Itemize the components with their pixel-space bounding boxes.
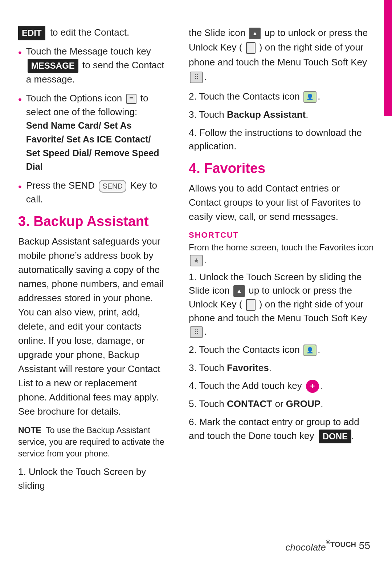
bullet-list: • Touch the Message touch key MESSAGE to… [18,45,167,206]
num-list-item: 1. Unlock the Touch Screen by sliding th… [189,270,374,339]
page-container: EDIT to edit the Contact. • Touch the Me… [0,0,392,564]
shortcut-text: From the home screen, touch the Favorite… [189,241,374,267]
num-list-item: 2. Touch the Contacts icon . [189,90,374,104]
left-column: EDIT to edit the Contact. • Touch the Me… [0,15,178,508]
fav-step4-text: 4. Touch the Add touch key . [189,379,374,393]
step1-left-text: 1. Unlock the Touch Screen by sliding [18,465,167,492]
done-badge: DONE [319,430,351,444]
step1-cont-text: the Slide icon [189,27,248,38]
section4-heading: 4. Favorites [189,161,374,176]
options-bold-list: Send Name Card/ Set As Favorite/ Set As … [26,120,159,172]
list-item: • Press the SEND SEND Key to call. [18,179,167,206]
fav-step3-text: 3. Touch Favorites. [189,361,374,375]
unlock-key-icon [246,42,256,54]
section3-body: Backup Assistant safeguards your mobile … [18,234,167,419]
send-icon: SEND [99,180,126,193]
list-item: • Touch the Message touch key MESSAGE to… [18,45,167,86]
backup-assistant-bold: Backup Assistant [227,109,306,120]
contact-bold: CONTACT [227,398,272,409]
fav-step5-text: 5. Touch CONTACT or GROUP. [189,397,374,411]
note-label: NOTE [18,426,41,435]
favorites-steps: 1. Unlock the Touch Screen by sliding th… [189,270,374,444]
step4-text: 4. Follow the instructions to download t… [189,126,374,153]
fav-step2-text: 2. Touch the Contacts icon . [189,343,374,357]
slide-icon [249,28,261,39]
num-list-item: 3. Touch Favorites. [189,361,374,375]
slide-icon-fav [233,285,245,297]
favorites-icon [190,255,203,266]
add-touch-key-icon [306,380,319,393]
step3-text: 3. Touch Backup Assistant. [189,108,374,122]
bullet-dot: • [18,180,22,194]
edit-line: EDIT to edit the Contact. [18,25,167,40]
favorites-bold: Favorites [227,362,269,373]
contacts-icon [303,91,317,103]
num-list-item: 6. Mark the contact entry or group to ad… [189,415,374,443]
fav-step1-text: 1. Unlock the Touch Screen by sliding th… [189,270,374,339]
step1-period: . [204,71,207,82]
num-list-item: 4. Follow the instructions to download t… [189,126,374,153]
num-list-item: 2. Touch the Contacts icon . [189,343,374,357]
group-bold: GROUP [286,398,320,409]
right-border-accent [384,0,392,116]
num-list-item: 5. Touch CONTACT or GROUP. [189,397,374,411]
brand-name: chocolate®TOUCH [286,539,356,553]
footer: chocolate®TOUCH 55 [286,539,371,553]
bullet-dot: • [18,92,22,107]
section4-body: Allows you to add Contact entries or Con… [189,181,374,224]
backup-steps-right: 2. Touch the Contacts icon . 3. Touch Ba… [189,90,374,153]
options-bullet-text: Touch the Options icon to select one of … [26,92,167,174]
num-list-item: 1. Unlock the Touch Screen by sliding [18,465,167,492]
fav-step6-text: 6. Mark the contact entry or group to ad… [189,415,374,443]
num-list-item: 3. Touch Backup Assistant. [189,108,374,122]
page-number: 55 [359,540,370,552]
shortcut-heading: SHORTCUT [189,230,374,240]
edit-suffix: to edit the Contact. [48,27,129,38]
unlock-key-icon-fav [246,299,256,311]
bullet-dot: • [18,45,22,60]
message-badge: MESSAGE [28,59,78,73]
menu-soft-key-icon [190,72,203,83]
list-item: • Touch the Options icon to select one o… [18,92,167,174]
menu-soft-key-icon-fav [190,326,203,338]
section3-heading: 3. Backup Assistant [18,214,167,229]
two-column-layout: EDIT to edit the Contact. • Touch the Me… [0,15,392,508]
send-bullet-text: Press the SEND SEND Key to call. [26,179,167,206]
step2-text: 2. Touch the Contacts icon . [189,90,374,104]
edit-badge: EDIT [18,26,45,40]
backup-steps-left: 1. Unlock the Touch Screen by sliding [18,465,167,492]
note-box: NOTE To use the Backup Assistant service… [18,424,167,460]
right-column: the Slide icon up to unlock or press the… [178,15,392,508]
brand-touch: ®TOUCH [326,540,356,548]
step1-continuation: the Slide icon up to unlock or press the… [189,25,374,84]
options-icon [126,94,136,104]
message-bullet-text: Touch the Message touch key MESSAGE to s… [26,45,167,86]
num-list-item: 4. Touch the Add touch key . [189,379,374,393]
contacts-icon-fav [303,345,317,356]
